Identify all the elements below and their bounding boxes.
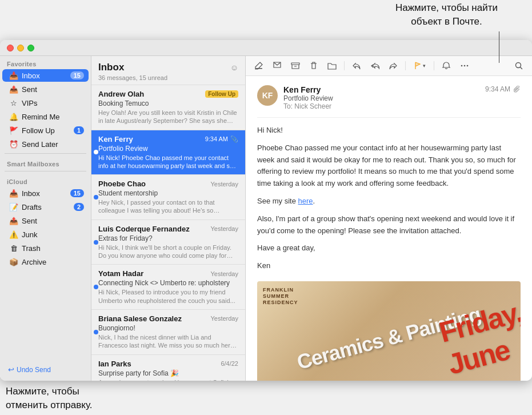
message-item[interactable]: Luis Coderque Fernandez Yesterday Extras… [91,220,245,265]
undo-send-label: Undo Send [17,366,51,374]
maximize-button[interactable] [27,45,34,51]
flag-chevron-icon: ▾ [423,63,426,69]
msg-sender: Luis Coderque Fernandez [98,225,208,233]
forward-button[interactable] [387,59,399,72]
message-item[interactable]: Briana Salese Gonzalez Yesterday Buongio… [91,310,245,355]
attachment-icon [514,86,521,93]
sidebar-item-remind[interactable]: 🔔 Remind Me [2,110,89,123]
sent-icon: 📤 [9,85,18,94]
toolbar-divider-3 [434,61,434,70]
message-item[interactable]: Ken Ferry 9:34 AM 📎 Portfolio Review Hi … [91,130,245,175]
email-closing: Have a great day, [257,242,521,254]
msg-preview: Hi Nick, Pleased to introduce you to my … [98,288,238,305]
notification-button[interactable] [440,59,453,72]
undo-send-button[interactable]: ↩ Undo Send [2,363,89,376]
email-subject: Portfolio Review [283,94,485,102]
sidebar-item-icloud-sent[interactable]: 📤 Sent [2,214,89,227]
icloud-sent-label: Sent [22,217,84,225]
follow-up-badge: Follow Up [205,90,238,98]
archive-button[interactable] [289,59,302,72]
undo-send-icon: ↩ [8,365,14,374]
sender-avatar: KF [257,85,278,106]
msg-top-row: Briana Salese Gonzalez Yesterday [98,314,238,323]
folder-button[interactable] [326,59,338,72]
message-item[interactable]: Phoebe Chao Yesterday Student mentorship… [91,175,245,220]
search-button[interactable] [513,59,525,72]
sidebar-item-icloud-inbox[interactable]: 📥 Inbox 15 [2,187,89,199]
icloud-inbox-badge: 15 [70,189,84,197]
toolbar-divider-2 [405,61,406,70]
message-item[interactable]: Ian Parks 6/4/22 Surprise party for Sofi… [91,355,245,381]
compose-button[interactable] [253,59,265,72]
favorites-label: Favorites [0,56,91,69]
minimize-button[interactable] [17,45,24,51]
sidebar-remind-label: Remind Me [22,113,84,121]
msg-top-row: Andrew Olah Follow Up [98,90,238,98]
filter-icon[interactable]: ☺ [230,63,238,72]
icloud-archive-label: Archive [22,258,84,266]
sidebar-item-icloud-archive[interactable]: 📦 Archive [2,256,89,268]
email-timestamp: 9:34 AM [485,85,510,93]
close-button[interactable] [7,45,14,51]
message-list-header: Inbox ☺ 36 messages, 15 unread [91,56,245,85]
annotation-top-line [499,31,499,63]
sidebar-item-vips[interactable]: ☆ VIPs [2,97,89,109]
msg-subject: Student mentorship [98,189,238,197]
notification-icon [442,61,451,70]
icloud-trash-icon: 🗑 [9,244,18,253]
email-content-area: KF Ken Ferry Portfolio Review To: Nick S… [246,76,532,381]
msg-time: 9:34 AM [205,135,228,142]
sidebar-item-followup[interactable]: 🚩 Follow Up 1 [2,124,89,137]
unread-dot [94,195,98,199]
message-list: Inbox ☺ 36 messages, 15 unread Andrew Ol… [91,56,246,381]
archive-icon [291,61,300,70]
trash-button[interactable] [307,59,320,72]
sidebar-item-icloud-junk[interactable]: ⚠️ Junk [2,228,89,241]
reply-all-button[interactable] [369,59,381,72]
flag-icon [414,62,422,70]
email-meta: Ken Ferry Portfolio Review To: Nick Sche… [283,85,485,110]
site-prefix: See my site [257,197,298,205]
traffic-lights [7,45,34,51]
sidebar-item-icloud-trash[interactable]: 🗑 Trash [2,242,89,254]
reply-button[interactable] [350,59,363,72]
msg-subject: Booking Temuco [98,99,238,107]
msg-sender: Phoebe Chao [98,179,208,188]
vips-icon: ☆ [9,98,18,107]
annotation-top: Нажмите, чтобы найти объект в Почте. [395,1,498,29]
to-label: To: [283,102,293,110]
flag-button[interactable]: ▾ [411,61,428,71]
msg-preview: Hey Olah! Are you still keen to visit Kr… [98,109,238,125]
reply-all-icon [370,61,379,70]
new-message-button[interactable] [271,59,283,72]
svg-point-2 [461,65,463,67]
email-para1b: See my site here. [257,195,521,207]
icloud-inbox-label: Inbox [22,189,70,198]
msg-subject: Extras for Friday? [98,234,238,242]
msg-sender: Ken Ferry [98,135,203,143]
icloud-drafts-icon: 📝 [9,202,18,212]
new-message-icon [273,61,282,70]
msg-preview: As you know, next weekend is our sweet S… [98,378,238,381]
message-item[interactable]: Yotam Hadar Yesterday Connecting Nick <>… [91,265,245,310]
sidebar-item-sendlater[interactable]: ⏰ Send Later [2,138,89,150]
message-list-title: Inbox [98,62,124,73]
content-area: Favorites 📥 Inbox 15 📤 Sent ☆ VIPs 🔔 Rem… [0,56,532,381]
msg-time: Yesterday [210,181,238,187]
more-button[interactable] [458,59,471,72]
sidebar: Favorites 📥 Inbox 15 📤 Sent ☆ VIPs 🔔 Rem… [0,56,91,381]
folder-icon [327,61,337,70]
email-header: KF Ken Ferry Portfolio Review To: Nick S… [257,85,521,118]
sidebar-item-sent[interactable]: 📤 Sent [2,83,89,95]
msg-sender: Briana Salese Gonzalez [98,314,208,323]
msg-preview: Nick, I had the nicest dinner with Lia a… [98,333,238,350]
message-item[interactable]: Andrew Olah Follow Up Booking Temuco Hey… [91,85,245,130]
sidebar-sendlater-label: Send Later [22,140,84,149]
sidebar-sent-label: Sent [22,85,84,94]
msg-sender: Ian Parks [98,360,218,368]
site-link[interactable]: here [298,197,313,205]
sidebar-item-icloud-drafts[interactable]: 📝 Drafts 2 [2,201,89,213]
msg-subject: Portfolio Review [98,145,238,153]
msg-top-row: Yotam Hadar Yesterday [98,269,238,278]
sidebar-item-inbox[interactable]: 📥 Inbox 15 [2,69,89,82]
